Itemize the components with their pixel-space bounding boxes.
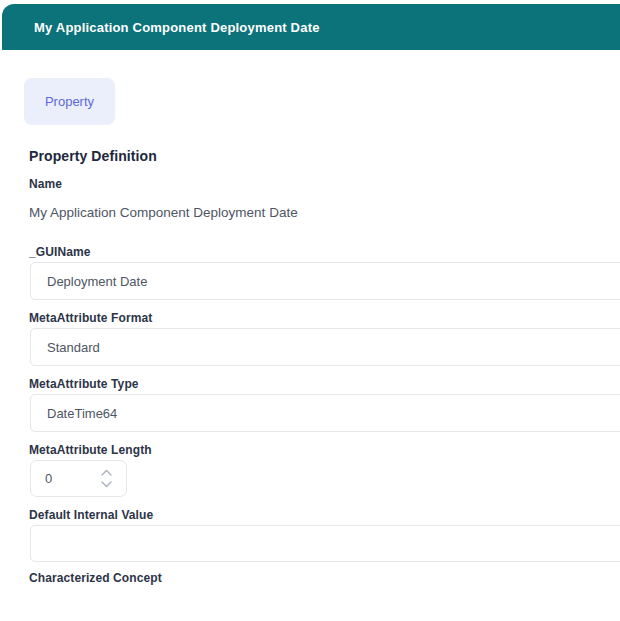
guiname-label: _GUIName bbox=[29, 245, 91, 259]
metaattribute-length-label: MetaAttribute Length bbox=[29, 443, 152, 457]
window-title: My Application Component Deployment Date bbox=[34, 20, 320, 35]
metaattribute-format-input[interactable] bbox=[30, 328, 620, 366]
default-internal-value-input[interactable] bbox=[30, 525, 620, 562]
chevron-up-icon bbox=[100, 469, 113, 477]
default-internal-value-label: Default Internal Value bbox=[29, 508, 153, 522]
guiname-input[interactable] bbox=[30, 262, 620, 300]
metaattribute-length-input[interactable] bbox=[31, 462, 97, 495]
name-value: My Application Component Deployment Date bbox=[29, 205, 298, 220]
metaattribute-type-label: MetaAttribute Type bbox=[29, 377, 139, 391]
stepper-up-button[interactable] bbox=[97, 469, 115, 478]
tab-property-label: Property bbox=[45, 94, 94, 109]
stepper-arrows bbox=[97, 469, 121, 489]
metaattribute-format-label: MetaAttribute Format bbox=[29, 311, 152, 325]
chevron-down-icon bbox=[100, 480, 113, 488]
page: My Application Component Deployment Date… bbox=[0, 0, 620, 621]
section-title: Property Definition bbox=[29, 148, 157, 164]
characterized-concept-label: Characterized Concept bbox=[29, 571, 162, 585]
stepper-down-button[interactable] bbox=[97, 480, 115, 489]
metaattribute-length-stepper bbox=[30, 460, 127, 497]
window-title-bar: My Application Component Deployment Date bbox=[2, 4, 620, 50]
metaattribute-type-input[interactable] bbox=[30, 394, 620, 432]
tab-property[interactable]: Property bbox=[24, 78, 115, 125]
name-label: Name bbox=[29, 177, 62, 191]
